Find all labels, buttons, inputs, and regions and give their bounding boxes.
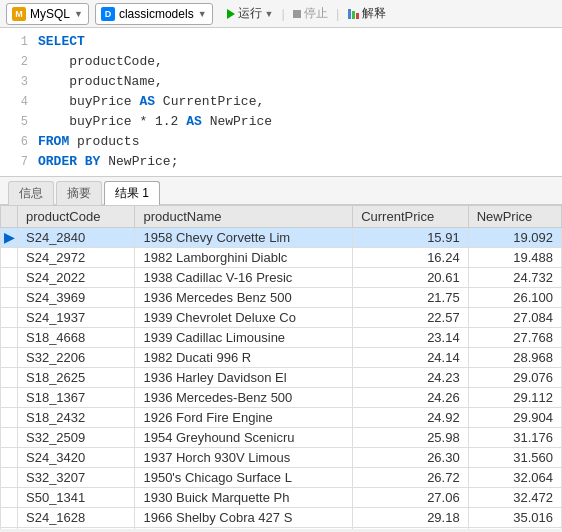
cell-productname: 1982 Ducati 996 R: [135, 348, 353, 368]
row-indicator: [1, 288, 18, 308]
indicator-header: [1, 206, 18, 228]
table-row[interactable]: S24_20221938 Cadillac V-16 Presic20.6124…: [1, 268, 562, 288]
cell-productname: 1926 Ford Fire Engine: [135, 408, 353, 428]
cell-productname: 1936 Harley Davidson El: [135, 368, 353, 388]
tabs-bar: 信息 摘要 结果 1: [0, 177, 562, 205]
cell-newprice: 26.100: [468, 288, 561, 308]
table-row[interactable]: S32_22061982 Ducati 996 R24.1428.968: [1, 348, 562, 368]
cell-productcode: S24_3969: [18, 288, 135, 308]
cell-productcode: S32_2206: [18, 348, 135, 368]
run-label: 运行: [238, 5, 262, 22]
cell-newprice: 27.768: [468, 328, 561, 348]
cell-newprice: 19.488: [468, 248, 561, 268]
tab-info[interactable]: 信息: [8, 181, 54, 205]
run-button[interactable]: 运行 ▼: [223, 3, 278, 24]
stop-button[interactable]: 停止: [289, 3, 332, 24]
col-header-productName: productName: [135, 206, 353, 228]
cell-productname: 1937 Horch 930V Limous: [135, 448, 353, 468]
cell-currentprice: 29.18: [353, 508, 469, 528]
cell-newprice: 32.064: [468, 468, 561, 488]
cell-productcode: S24_3420: [18, 448, 135, 468]
tab-results[interactable]: 结果 1: [104, 181, 160, 205]
sql-editor[interactable]: 1 SELECT 2 productCode, 3 productName, 4…: [0, 28, 562, 177]
cell-newprice: 27.084: [468, 308, 561, 328]
results-container: productCode productName CurrentPrice New…: [0, 205, 562, 529]
svg-rect-2: [356, 13, 359, 19]
table-row[interactable]: S32_32071950's Chicago Surface L26.7232.…: [1, 468, 562, 488]
table-row[interactable]: S24_39691936 Mercedes Benz 50021.7526.10…: [1, 288, 562, 308]
cell-productcode: S24_3949: [18, 528, 135, 530]
table-row[interactable]: S24_34201937 Horch 930V Limous26.3031.56…: [1, 448, 562, 468]
col-header-currentprice: CurrentPrice: [353, 206, 469, 228]
cell-productcode: S32_2509: [18, 428, 135, 448]
tab-summary[interactable]: 摘要: [56, 181, 102, 205]
cell-productname: 1936 Mercedes Benz 500: [135, 288, 353, 308]
explain-button[interactable]: 解释: [343, 3, 390, 24]
cell-productcode: S32_3207: [18, 468, 135, 488]
table-row[interactable]: S24_19371939 Chevrolet Deluxe Co22.5727.…: [1, 308, 562, 328]
row-indicator: [1, 248, 18, 268]
db-engine-select[interactable]: M MySQL ▼: [6, 3, 89, 25]
cell-newprice: 29.112: [468, 388, 561, 408]
cell-productcode: S18_1367: [18, 388, 135, 408]
cell-productname: Corsair F4U ( Bird Cage): [135, 528, 353, 530]
table-row[interactable]: ▶S24_28401958 Chevy Corvette Lim15.9119.…: [1, 228, 562, 248]
cell-productcode: S50_1341: [18, 488, 135, 508]
table-row[interactable]: S24_16281966 Shelby Cobra 427 S29.1835.0…: [1, 508, 562, 528]
svg-rect-1: [352, 11, 355, 19]
row-indicator: ▶: [1, 228, 18, 248]
row-indicator: [1, 428, 18, 448]
separator-2: |: [336, 6, 339, 21]
table-row[interactable]: S24_29721982 Lamborghini Diablc16.2419.4…: [1, 248, 562, 268]
cell-productname: 1939 Cadillac Limousine: [135, 328, 353, 348]
cell-currentprice: 29.34: [353, 528, 469, 530]
table-row[interactable]: S18_24321926 Ford Fire Engine24.9229.904: [1, 408, 562, 428]
table-row[interactable]: S50_13411930 Buick Marquette Ph27.0632.4…: [1, 488, 562, 508]
row-indicator: [1, 328, 18, 348]
results-table: productCode productName CurrentPrice New…: [0, 205, 562, 529]
cell-currentprice: 27.06: [353, 488, 469, 508]
cell-currentprice: 23.14: [353, 328, 469, 348]
cell-currentprice: 16.24: [353, 248, 469, 268]
cell-currentprice: 24.26: [353, 388, 469, 408]
cell-productname: 1950's Chicago Surface L: [135, 468, 353, 488]
cell-currentprice: 15.91: [353, 228, 469, 248]
db-name-label: classicmodels: [119, 7, 194, 21]
cell-productname: 1936 Mercedes-Benz 500: [135, 388, 353, 408]
col-header-newprice: NewPrice: [468, 206, 561, 228]
row-indicator: [1, 508, 18, 528]
table-body: ▶S24_28401958 Chevy Corvette Lim15.9119.…: [1, 228, 562, 530]
table-row[interactable]: S32_25091954 Greyhound Scenicru25.9831.1…: [1, 428, 562, 448]
cell-newprice: 32.472: [468, 488, 561, 508]
cell-newprice: 19.092: [468, 228, 561, 248]
table-row[interactable]: S18_46681939 Cadillac Limousine23.1427.7…: [1, 328, 562, 348]
code-line-1: 1 SELECT: [0, 32, 562, 52]
code-line-3: 3 productName,: [0, 72, 562, 92]
cell-newprice: 31.176: [468, 428, 561, 448]
cell-productcode: S18_2432: [18, 408, 135, 428]
cell-newprice: 35.016: [468, 508, 561, 528]
db-name-select[interactable]: D classicmodels ▼: [95, 3, 213, 25]
cell-currentprice: 25.98: [353, 428, 469, 448]
row-indicator: [1, 388, 18, 408]
cell-productname: 1938 Cadillac V-16 Presic: [135, 268, 353, 288]
cell-productname: 1954 Greyhound Scenicru: [135, 428, 353, 448]
cell-currentprice: 24.14: [353, 348, 469, 368]
cell-productcode: S24_2840: [18, 228, 135, 248]
svg-rect-0: [348, 9, 351, 19]
explain-icon: [347, 8, 359, 20]
cell-productname: 1966 Shelby Cobra 427 S: [135, 508, 353, 528]
cell-newprice: 28.968: [468, 348, 561, 368]
table-row[interactable]: S24_3949Corsair F4U ( Bird Cage)29.3435.…: [1, 528, 562, 530]
row-indicator: [1, 348, 18, 368]
row-indicator: [1, 528, 18, 530]
code-line-7: 7 ORDER BY NewPrice;: [0, 152, 562, 172]
toolbar-actions: 运行 ▼ | 停止 | 解释: [223, 3, 391, 24]
cell-newprice: 29.076: [468, 368, 561, 388]
cell-productname: 1982 Lamborghini Diablc: [135, 248, 353, 268]
row-indicator: [1, 268, 18, 288]
table-row[interactable]: S18_13671936 Mercedes-Benz 50024.2629.11…: [1, 388, 562, 408]
db-engine-label: MySQL: [30, 7, 70, 21]
table-row[interactable]: S18_26251936 Harley Davidson El24.2329.0…: [1, 368, 562, 388]
chevron-down-icon: ▼: [74, 9, 83, 19]
